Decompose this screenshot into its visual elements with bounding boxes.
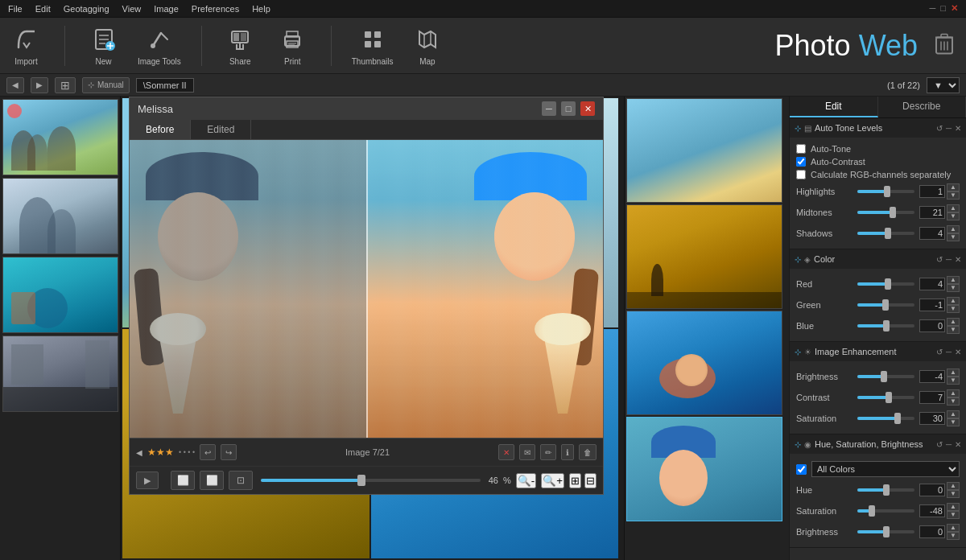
right-thumb-3[interactable] <box>626 311 782 415</box>
action-delete[interactable]: 🗑 <box>579 444 597 460</box>
calc-rgb-check[interactable] <box>796 170 806 179</box>
contrast-down[interactable]: ▼ <box>947 397 960 406</box>
midtones-value[interactable] <box>919 206 945 219</box>
action-envelope[interactable]: ✉ <box>519 444 535 460</box>
hsb-saturation-down[interactable]: ▼ <box>947 511 960 519</box>
toolbar-new[interactable]: New <box>85 25 122 66</box>
section-min-btn[interactable]: ─ <box>946 124 952 133</box>
float-close-btn[interactable]: ✕ <box>580 101 595 116</box>
thumb-1[interactable] <box>2 99 118 175</box>
red-up[interactable]: ▲ <box>947 276 960 284</box>
nav-mode[interactable]: ⊹ Manual <box>82 77 130 93</box>
menu-view[interactable]: View <box>122 4 142 14</box>
nav-sort-dropdown[interactable]: ▼ <box>927 77 960 93</box>
action-info[interactable]: ℹ <box>561 444 574 460</box>
enhancement-min-btn[interactable]: ─ <box>946 348 952 356</box>
blue-up[interactable]: ▲ <box>947 318 960 326</box>
tab-edited[interactable]: Edited <box>191 120 251 139</box>
play-btn[interactable]: ▶ <box>136 471 159 489</box>
menu-edit[interactable]: Edit <box>35 4 51 14</box>
hsb-brightness-value[interactable] <box>919 525 945 538</box>
red-value[interactable] <box>919 278 945 290</box>
saturation-up[interactable]: ▲ <box>947 410 960 418</box>
float-minimize-btn[interactable]: ─ <box>542 101 556 116</box>
menu-geotagging[interactable]: Geotagging <box>64 4 109 14</box>
tab-before[interactable]: Before <box>130 120 191 139</box>
view-rect-2[interactable]: ⬜ <box>200 471 224 490</box>
hsb-saturation-value[interactable] <box>919 504 945 517</box>
thumb-4[interactable] <box>2 336 118 412</box>
zoom-out-btn[interactable]: 🔍- <box>516 473 536 488</box>
toolbar-map[interactable]: Map <box>409 25 445 66</box>
tab-describe[interactable]: Describe <box>878 97 967 117</box>
redo-btn[interactable]: ↪ <box>221 444 237 460</box>
color-reset-btn[interactable]: ↺ <box>936 255 943 264</box>
auto-contrast-check[interactable] <box>796 157 806 167</box>
view-rect-1[interactable]: ⬜ <box>171 471 195 490</box>
thumb-3[interactable] <box>2 257 118 333</box>
menu-help[interactable]: Help <box>252 4 270 14</box>
grid-btn-1[interactable]: ⊞ <box>569 473 581 488</box>
view-rect-3[interactable]: ⊡ <box>229 471 253 490</box>
right-thumb-1[interactable] <box>626 98 782 203</box>
highlights-up[interactable]: ▲ <box>947 183 960 191</box>
green-value[interactable] <box>919 299 945 311</box>
toolbar-share[interactable]: Share <box>222 25 258 66</box>
all-colors-dropdown[interactable]: All Colors <box>811 461 960 477</box>
hsb-reset-btn[interactable]: ↺ <box>936 440 943 449</box>
shadows-up[interactable]: ▲ <box>947 225 960 233</box>
menu-image[interactable]: Image <box>154 4 179 14</box>
right-thumb-2[interactable] <box>626 204 782 309</box>
menu-preferences[interactable]: Preferences <box>192 4 239 14</box>
brightness-down[interactable]: ▼ <box>947 377 960 385</box>
zoom-slider-track[interactable] <box>261 479 481 482</box>
hsb-saturation-up[interactable]: ▲ <box>947 503 960 511</box>
hsb-min-btn[interactable]: ─ <box>946 440 952 449</box>
blue-down[interactable]: ▼ <box>947 326 960 334</box>
highlights-value[interactable] <box>919 185 945 198</box>
win-minimize[interactable]: ─ <box>930 3 936 14</box>
enhancement-reset-btn[interactable]: ↺ <box>936 348 943 356</box>
hue-up[interactable]: ▲ <box>947 482 960 490</box>
color-close-btn[interactable]: ✕ <box>955 255 961 264</box>
hue-down[interactable]: ▼ <box>947 490 960 498</box>
green-down[interactable]: ▼ <box>947 305 960 313</box>
hsb-brightness-up[interactable]: ▲ <box>947 524 960 532</box>
toolbar-import[interactable]: Import <box>8 25 44 66</box>
saturation-down[interactable]: ▼ <box>947 418 960 426</box>
hsb-close-btn[interactable]: ✕ <box>955 440 961 449</box>
right-thumb-4[interactable] <box>626 417 782 521</box>
action-cross[interactable]: ✕ <box>498 444 514 460</box>
toolbar-thumbnails[interactable]: Thumbnails <box>352 25 394 66</box>
brightness-up[interactable]: ▲ <box>947 369 960 377</box>
win-close[interactable]: ✕ <box>951 3 958 14</box>
toolbar-print[interactable]: Print <box>275 25 311 66</box>
highlights-down[interactable]: ▼ <box>947 191 960 200</box>
auto-tone-check[interactable] <box>796 144 806 154</box>
hue-value[interactable] <box>919 484 945 496</box>
action-edit[interactable]: ✏ <box>540 444 556 460</box>
all-colors-check[interactable] <box>796 464 807 475</box>
midtones-down[interactable]: ▼ <box>947 212 960 220</box>
thumb-2[interactable] <box>2 178 118 254</box>
contrast-value[interactable] <box>919 391 945 404</box>
grid-btn-2[interactable]: ⊟ <box>584 473 597 488</box>
nav-forward[interactable]: ▶ <box>31 77 48 93</box>
shadows-down[interactable]: ▼ <box>947 233 960 241</box>
zoom-in-btn[interactable]: 🔍+ <box>541 473 564 488</box>
trash-icon[interactable] <box>935 32 954 59</box>
toolbar-image-tools[interactable]: Image Tools <box>138 25 181 66</box>
win-maximize[interactable]: □ <box>940 3 946 14</box>
tab-edit[interactable]: Edit <box>790 97 878 117</box>
rating-stars[interactable]: ★★★ <box>147 447 174 458</box>
nav-grid[interactable]: ⊞ <box>55 77 76 93</box>
blue-value[interactable] <box>919 319 945 332</box>
nav-back[interactable]: ◀ <box>6 77 24 93</box>
brightness-value[interactable] <box>919 370 945 383</box>
float-maximize-btn[interactable]: □ <box>561 101 576 116</box>
enhancement-close-btn[interactable]: ✕ <box>955 348 961 356</box>
saturation-value[interactable] <box>919 412 945 425</box>
menu-file[interactable]: File <box>8 4 23 14</box>
color-min-btn[interactable]: ─ <box>946 255 952 264</box>
green-up[interactable]: ▲ <box>947 297 960 305</box>
